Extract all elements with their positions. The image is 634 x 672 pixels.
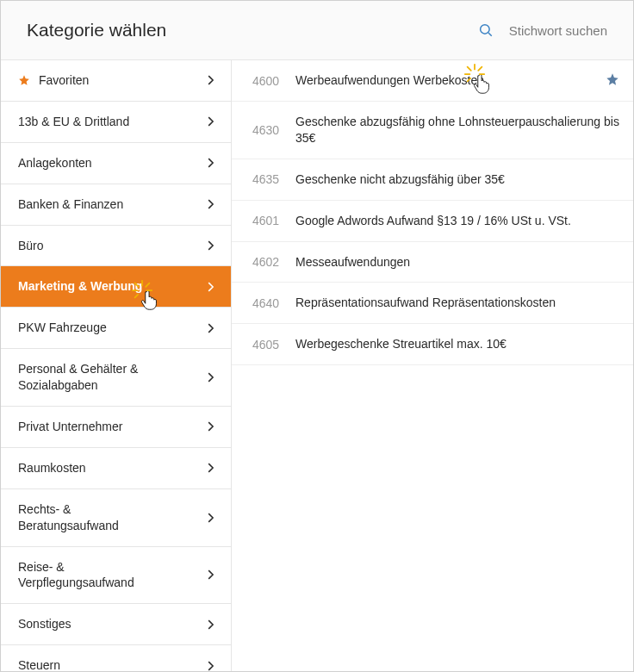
account-row[interactable]: 4602Messeaufwendungen [232,242,633,283]
sidebar-item-label: Marketing & Werbung [18,278,142,295]
sidebar-item[interactable]: Steuern [1,645,231,671]
chevron-right-icon [207,462,215,474]
account-code: 4640 [252,296,295,310]
sidebar-item-label: Sonstiges [18,616,71,632]
header: Kategorie wählen Stichwort suchen [1,1,633,60]
sidebar-item[interactable]: Favoriten [1,60,231,102]
sidebar-item-label: Raumkosten [18,460,86,476]
sidebar-item[interactable]: Anlagekonten [1,143,231,184]
account-label: Geschenke abzugsfähig ohne Lohnsteuerpau… [295,114,619,146]
account-code: 4602 [252,255,295,269]
category-picker: Kategorie wählen Stichwort suchen Favori… [0,0,634,672]
body: Favoriten13b & EU & DrittlandAnlagekonte… [1,60,633,671]
svg-line-7 [135,295,139,298]
account-code: 4605 [252,338,295,352]
favorite-star[interactable] [606,72,619,89]
account-list: 4600Werbeaufwendungen Werbekosten 4630Ge… [232,60,633,671]
sidebar-item[interactable]: PKW Fahrzeuge [1,308,231,349]
svg-line-1 [488,33,492,36]
account-label: Messeaufwendungen [295,254,619,271]
chevron-right-icon [207,240,215,252]
category-sidebar[interactable]: Favoriten13b & EU & DrittlandAnlagekonte… [1,60,232,671]
search-area[interactable]: Stichwort suchen [478,22,607,38]
page-title: Kategorie wählen [27,20,166,40]
account-row[interactable]: 4635Geschenke nicht abzugsfähig über 35€ [232,159,633,201]
sidebar-item-label: Büro [18,238,44,254]
account-label: Geschenke nicht abzugsfähig über 35€ [295,171,619,188]
sidebar-item[interactable]: Raumkosten [1,448,231,489]
sidebar-item-label: Favoriten [39,72,89,89]
account-label: Werbeaufwendungen Werbekosten [295,72,606,89]
account-label: Google Adwords Aufwand §13 19 / 16% USt … [295,213,619,229]
sidebar-item[interactable]: Büro [1,226,231,267]
svg-line-11 [468,67,471,71]
account-label: Werbegeschenke Streuartikel max. 10€ [295,336,619,352]
account-row[interactable]: 4601Google Adwords Aufwand §13 19 / 16% … [232,201,633,242]
account-code: 4601 [252,214,295,227]
account-code: 4635 [252,172,295,186]
account-code: 4630 [252,123,295,137]
sidebar-item-label: Banken & Finanzen [18,196,123,213]
svg-line-12 [478,67,482,71]
sidebar-item[interactable]: 13b & EU & Drittland [1,102,231,143]
account-row[interactable]: 4630Geschenke abzugsfähig ohne Lohnsteue… [232,102,633,159]
sidebar-item[interactable]: Banken & Finanzen [1,184,231,226]
sidebar-item-label: Steuern [18,657,60,671]
chevron-right-icon [207,512,215,524]
sidebar-item[interactable]: Rechts- & Beratungsaufwand [1,489,231,547]
svg-line-6 [146,283,149,287]
account-code: 4600 [252,74,295,88]
sidebar-item-label: Anlagekonten [18,155,92,171]
account-row[interactable]: 4640Repräsentationsaufwand Repräsentatio… [232,283,633,324]
search-placeholder: Stichwort suchen [509,23,607,38]
sidebar-item-label: PKW Fahrzeuge [18,320,107,336]
chevron-right-icon [207,660,215,671]
chevron-right-icon [207,198,215,210]
sidebar-item-label: Reise- & Verpflegungsaufwand [18,559,169,592]
sidebar-item-label: 13b & EU & Drittland [18,114,129,130]
sidebar-item[interactable]: Reise- & Verpflegungsaufwand [1,547,231,605]
chevron-right-icon [207,569,215,581]
sidebar-item-label: Personal & Gehälter & Sozialabgaben [18,361,169,394]
account-row[interactable]: 4605Werbegeschenke Streuartikel max. 10€ [232,324,633,365]
chevron-right-icon [207,619,215,631]
svg-point-0 [480,25,489,34]
chevron-right-icon [207,281,215,293]
sidebar-item[interactable]: Personal & Gehälter & Sozialabgaben [1,349,231,407]
star-icon [18,74,30,86]
chevron-right-icon [207,115,215,128]
sidebar-item[interactable]: Sonstiges [1,604,231,645]
chevron-right-icon [207,420,215,432]
chevron-right-icon [207,322,215,334]
chevron-right-icon [207,74,215,86]
chevron-right-icon [207,371,215,383]
sidebar-item[interactable]: Marketing & Werbung [1,266,231,308]
sidebar-item[interactable]: Privat Unternehmer [1,407,231,448]
account-row[interactable]: 4600Werbeaufwendungen Werbekosten [232,60,633,102]
account-label: Repräsentationsaufwand Repräsentationsko… [295,295,619,311]
star-icon [606,72,619,86]
sidebar-item-label: Privat Unternehmer [18,419,122,435]
sidebar-item-label: Rechts- & Beratungsaufwand [18,501,169,534]
search-icon [478,22,494,38]
chevron-right-icon [207,157,215,169]
